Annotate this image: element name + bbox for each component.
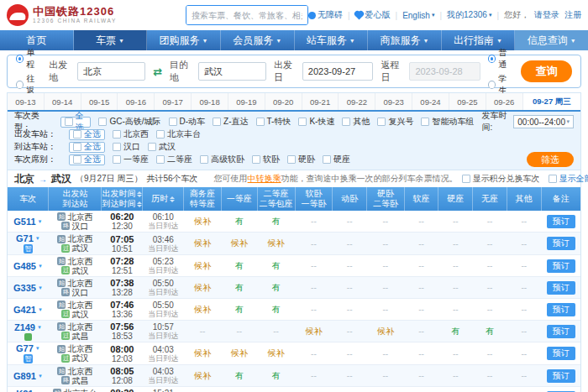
filter-option[interactable]: 硬座 (323, 154, 350, 165)
train-number[interactable]: G71 (16, 233, 34, 243)
date-tab[interactable]: 09-14 (45, 93, 81, 110)
date-tab[interactable]: 09-24 (412, 93, 449, 110)
radio-selected-icon (16, 55, 24, 63)
filter-option[interactable]: 其他 (342, 116, 370, 128)
date-tab[interactable]: 09-15 (81, 93, 118, 110)
depart-time-select[interactable]: 00:00--24:00▾ (513, 115, 574, 128)
select-all-chip[interactable]: 全选 (69, 129, 105, 140)
train-number[interactable]: G77 (16, 343, 34, 353)
filter-row: 到达车站：全选汉口武汉 (14, 141, 574, 153)
bookable-only-toggle[interactable]: 显示全部可预订车次 (549, 173, 588, 185)
filter-option[interactable]: 北京西 (113, 128, 149, 140)
select-all-chip[interactable]: 全选 (60, 117, 92, 128)
care-version-link[interactable]: 爱心版 (355, 9, 391, 21)
book-button[interactable]: 预订 (547, 303, 575, 316)
nav-item[interactable]: 信息查询▼ (515, 30, 588, 50)
date-tab[interactable]: 09-26 (486, 93, 523, 110)
book-button[interactable]: 预订 (547, 215, 575, 228)
train-number[interactable]: G511 (13, 217, 35, 227)
query-button[interactable]: 查询 (521, 60, 572, 82)
filter-option[interactable]: 软卧 (252, 154, 280, 165)
filter-option-label: 复兴号 (388, 116, 413, 128)
filter-button[interactable]: 筛选 (527, 152, 574, 167)
register-link[interactable]: 注册 (564, 9, 581, 21)
date-tab[interactable]: 09-22 (339, 93, 375, 110)
book-button[interactable]: 预订 (547, 347, 575, 360)
date-tab-selected[interactable]: 09-27 周三 (523, 93, 581, 110)
my-12306-menu[interactable]: 我的12306▾ (447, 9, 491, 21)
book-button[interactable]: 预订 (547, 259, 575, 273)
filter-option[interactable]: 一等座 (113, 154, 149, 165)
date-tab[interactable]: 09-16 (118, 93, 155, 110)
login-link[interactable]: 请登录 (534, 9, 559, 21)
header-label: 无座 (473, 194, 507, 204)
date-tab[interactable]: 09-23 (375, 93, 412, 110)
select-all-chip[interactable]: 全选 (69, 142, 105, 153)
col-duration[interactable]: 历时 (143, 187, 184, 211)
filter-option[interactable]: 二等座 (156, 154, 192, 165)
book-button[interactable]: 预订 (547, 237, 575, 250)
seat-cell: -- (366, 299, 404, 321)
care-version-label: 爱心版 (365, 9, 391, 21)
transfer-link[interactable]: 中转换乘 (248, 174, 281, 183)
book-button[interactable]: 预订 (547, 281, 575, 295)
chevron-down-icon[interactable]: ▼ (38, 264, 43, 269)
chevron-down-icon[interactable]: ▼ (38, 219, 43, 224)
filter-option[interactable]: 复兴号 (377, 116, 413, 128)
passenger-normal-radio[interactable]: 普通 (488, 47, 513, 71)
trip-oneway-radio[interactable]: 单程 (16, 47, 41, 71)
accessibility-link[interactable]: 无障碍 (308, 9, 343, 21)
search-input[interactable] (186, 6, 307, 24)
swap-stations-icon[interactable]: ⇄ (153, 65, 162, 78)
depart-date-input[interactable]: 2023-09-27 (302, 62, 374, 81)
nav-item[interactable]: 站车服务▼ (295, 30, 369, 50)
select-all-chip[interactable]: 全选 (69, 154, 105, 165)
date-tab[interactable]: 09-25 (449, 93, 486, 110)
seat-cell: -- (333, 299, 367, 321)
chevron-down-icon[interactable]: ▼ (38, 374, 43, 379)
nav-item[interactable]: 团购服务▼ (147, 30, 221, 50)
results-section: 09-1309-1409-1509-1609-1709-1809-1909-20… (7, 92, 581, 392)
filter-option[interactable]: GC-高铁/城际 (98, 116, 160, 128)
filter-option[interactable]: 汉口 (113, 141, 140, 153)
nav-item[interactable]: 商旅服务▼ (368, 30, 442, 50)
train-number[interactable]: Z149 (14, 322, 35, 332)
to-station-input[interactable]: 武汉 (198, 62, 266, 81)
date-tab[interactable]: 09-20 (265, 93, 302, 110)
filter-option[interactable]: 北京丰台 (156, 128, 201, 140)
date-tab[interactable]: 09-17 (155, 93, 192, 110)
nav-item[interactable]: 会员服务▼ (221, 30, 295, 50)
chevron-down-icon[interactable]: ▼ (37, 325, 42, 330)
filter-option[interactable]: T-特快 (256, 116, 291, 128)
date-tab[interactable]: 09-19 (228, 93, 265, 110)
logo[interactable]: 中国铁路12306 12306 CHINA RAILWAY (7, 4, 117, 26)
filter-option[interactable]: D-动车 (169, 116, 206, 128)
train-number[interactable]: G891 (13, 371, 36, 381)
chevron-down-icon[interactable]: ▼ (38, 307, 43, 312)
date-tab[interactable]: 09-13 (8, 93, 45, 110)
chevron-down-icon[interactable]: ▼ (35, 346, 40, 351)
filter-option[interactable]: 智能动车组 (421, 116, 474, 128)
train-number[interactable]: G485 (13, 261, 36, 271)
nav-item[interactable]: 车票▼ (74, 30, 148, 50)
filter-option[interactable]: Z-直达 (213, 116, 248, 128)
filter-option[interactable]: 高级软卧 (200, 154, 244, 165)
filter-option[interactable]: 武汉 (148, 141, 176, 153)
top-links: 无障碍 | 爱心版 | English▾ | 我的12306▾ | 您好， 请登… (308, 9, 581, 21)
book-button[interactable]: 预订 (547, 325, 575, 338)
filter-option[interactable]: 硬卧 (287, 154, 315, 165)
train-number[interactable]: G421 (13, 305, 36, 315)
book-button[interactable]: 预订 (547, 369, 575, 383)
points-exchange-toggle[interactable]: 显示积分兑换车次 (462, 173, 540, 185)
train-number[interactable]: K21 (16, 389, 33, 392)
duration-cell: 10:57当日到达 (143, 321, 184, 342)
from-station-input[interactable]: 北京 (77, 62, 145, 81)
train-number[interactable]: G335 (13, 283, 36, 293)
language-select[interactable]: English▾ (402, 11, 434, 20)
col-times[interactable]: 出发时间到达时间 (102, 187, 143, 211)
chevron-down-icon[interactable]: ▼ (35, 236, 40, 241)
date-tab[interactable]: 09-21 (302, 93, 339, 110)
filter-option[interactable]: K-快速 (298, 116, 334, 128)
date-tab[interactable]: 09-18 (192, 93, 228, 110)
chevron-down-icon[interactable]: ▼ (38, 285, 43, 290)
